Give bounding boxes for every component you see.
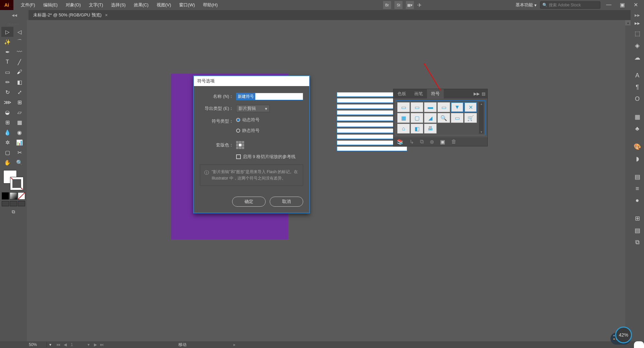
- tab-brushes[interactable]: 画笔: [410, 89, 427, 98]
- rectangle-tool[interactable]: ▭: [1, 67, 13, 77]
- color-mode-none[interactable]: [18, 192, 25, 200]
- curvature-tool[interactable]: 〰: [13, 47, 25, 57]
- vertical-scrollbar[interactable]: ▴: [625, 20, 631, 341]
- tab-swatches[interactable]: 色板: [393, 89, 410, 98]
- toolbar-grip[interactable]: ::::::::: [0, 21, 27, 27]
- symbol-search[interactable]: 🔍: [437, 113, 450, 123]
- next-artboard-icon[interactable]: ▶: [93, 342, 98, 347]
- brushes-icon[interactable]: ♣: [635, 125, 639, 132]
- symbol-close[interactable]: ✕: [464, 102, 477, 112]
- width-tool[interactable]: ⋙: [1, 97, 13, 107]
- zoom-dropdown-icon[interactable]: ▾: [47, 342, 54, 347]
- symbol-sprayer-tool[interactable]: ✲: [1, 137, 13, 147]
- graph-tool[interactable]: 📊: [13, 137, 25, 147]
- gradient-tool[interactable]: ▦: [13, 117, 25, 127]
- dynamic-symbol-radio[interactable]: [236, 118, 240, 122]
- symbol-bar[interactable]: ▬: [424, 102, 437, 112]
- scroll-up-icon[interactable]: ▴: [625, 20, 631, 25]
- symbol-card[interactable]: ▭: [451, 113, 464, 123]
- scale-tool[interactable]: ⤢: [13, 87, 25, 97]
- arrange-documents-button[interactable]: ▦▾: [406, 1, 414, 9]
- bridge-button[interactable]: Br: [383, 1, 391, 9]
- prev-artboard-icon[interactable]: ◀: [62, 342, 68, 347]
- draw-inside[interactable]: [18, 201, 25, 206]
- mesh-tool[interactable]: ⊞: [1, 117, 13, 127]
- collapse-left-icon[interactable]: ◀◀: [12, 13, 17, 17]
- swatches-icon[interactable]: ▦: [635, 113, 640, 121]
- new-symbol-icon[interactable]: ▣: [440, 139, 445, 145]
- artboard-tool[interactable]: ▢: [1, 147, 13, 157]
- first-artboard-icon[interactable]: ⏮: [56, 342, 61, 347]
- panel-scrollbar[interactable]: ▴ ▾: [479, 102, 484, 134]
- color-mode-solid[interactable]: [2, 192, 9, 200]
- selection-tool[interactable]: ▷: [1, 27, 13, 37]
- maximize-button[interactable]: ▣: [617, 2, 627, 8]
- align-icon[interactable]: ⊞: [635, 215, 640, 222]
- pen-tool[interactable]: ✒: [1, 47, 13, 57]
- draw-behind[interactable]: [10, 201, 17, 206]
- type-tool[interactable]: T: [1, 57, 13, 67]
- blend-tool[interactable]: ◉: [13, 127, 25, 137]
- menu-window[interactable]: 窗口(W): [175, 0, 199, 10]
- gpu-icon[interactable]: ✈: [417, 2, 422, 8]
- direct-selection-tool[interactable]: ◁: [13, 27, 25, 37]
- tab-symbols[interactable]: 符号: [427, 89, 444, 98]
- layers-icon[interactable]: ◈: [635, 42, 640, 49]
- collapse-right-icon[interactable]: ▶▶: [635, 13, 640, 17]
- document-tab[interactable]: 未标题-2* @ 50% (RGB/GPU 预览) ×: [29, 10, 112, 20]
- collapse-right-panels-icon[interactable]: ▶▶: [635, 21, 640, 25]
- close-button[interactable]: ✕: [631, 2, 641, 8]
- shaper-tool[interactable]: ✏: [1, 77, 13, 87]
- paragraph-icon[interactable]: ¶: [636, 84, 639, 91]
- symbol-dropdown[interactable]: ▼: [451, 102, 464, 112]
- symbol-page[interactable]: ▢: [411, 113, 423, 123]
- properties-icon[interactable]: ⬚: [635, 30, 640, 37]
- transparency-icon[interactable]: ▤: [635, 173, 640, 181]
- screen-mode-button[interactable]: ⧉: [12, 209, 15, 215]
- menu-type[interactable]: 文字(T): [85, 0, 107, 10]
- gradient-icon[interactable]: ●: [636, 197, 639, 204]
- status-dropdown-icon[interactable]: ▸: [233, 342, 235, 347]
- slice-tool[interactable]: ✂: [13, 147, 25, 157]
- symbol-rss[interactable]: ◢: [424, 113, 437, 123]
- canvas[interactable]: ▴: [27, 20, 631, 341]
- fill-stroke-swatch[interactable]: [3, 170, 23, 190]
- menu-select[interactable]: 选择(S): [107, 0, 129, 10]
- ime-indicator[interactable]: [634, 341, 644, 348]
- menu-view[interactable]: 视图(V): [153, 0, 175, 10]
- symbol-button[interactable]: ▭: [397, 102, 410, 112]
- search-input[interactable]: 🔍 搜索 Adobe Stock: [540, 1, 600, 9]
- menu-edit[interactable]: 编辑(E): [39, 0, 62, 10]
- hand-tool[interactable]: ✋: [1, 157, 13, 167]
- line-tool[interactable]: ╱: [13, 57, 25, 67]
- close-tab-icon[interactable]: ×: [105, 12, 108, 18]
- cancel-button[interactable]: 取消: [270, 197, 303, 207]
- magic-wand-tool[interactable]: ✨: [1, 37, 13, 47]
- panel-expand-icon[interactable]: ▶▶: [474, 91, 480, 96]
- menu-object[interactable]: 对象(O): [62, 0, 85, 10]
- symbol-field[interactable]: ▭: [437, 102, 450, 112]
- color-mode-gradient[interactable]: [10, 192, 17, 200]
- zoom-tool[interactable]: 🔍: [13, 157, 25, 167]
- shape-builder-tool[interactable]: ◒: [1, 107, 13, 117]
- menu-file[interactable]: 文件(F): [17, 0, 39, 10]
- pathfinder-icon[interactable]: ⧉: [635, 239, 640, 246]
- artboard-dropdown-icon[interactable]: ▾: [86, 342, 91, 347]
- nine-slice-checkbox[interactable]: [236, 154, 241, 159]
- last-artboard-icon[interactable]: ⏭: [99, 342, 105, 347]
- libraries-icon[interactable]: ☁: [634, 54, 640, 61]
- stroke-swatch[interactable]: [10, 177, 23, 190]
- shape-icon[interactable]: ◗: [636, 155, 639, 162]
- symbol-print[interactable]: 🖶: [424, 124, 437, 134]
- symbol-tab[interactable]: ◧: [411, 124, 423, 134]
- stock-button[interactable]: St: [394, 1, 402, 9]
- ok-button[interactable]: 确定: [232, 197, 266, 207]
- eyedropper-tool[interactable]: 💧: [1, 127, 13, 137]
- static-symbol-radio[interactable]: [236, 129, 240, 133]
- symbol-cart[interactable]: 🛒: [464, 113, 477, 123]
- zoom-level[interactable]: 50%: [27, 342, 47, 347]
- export-type-select[interactable]: 影片剪辑 ▾: [236, 105, 270, 112]
- transform-icon[interactable]: ▤: [635, 227, 640, 234]
- symbol-window[interactable]: ▭: [411, 102, 423, 112]
- panel-menu-icon[interactable]: ▤: [482, 91, 485, 96]
